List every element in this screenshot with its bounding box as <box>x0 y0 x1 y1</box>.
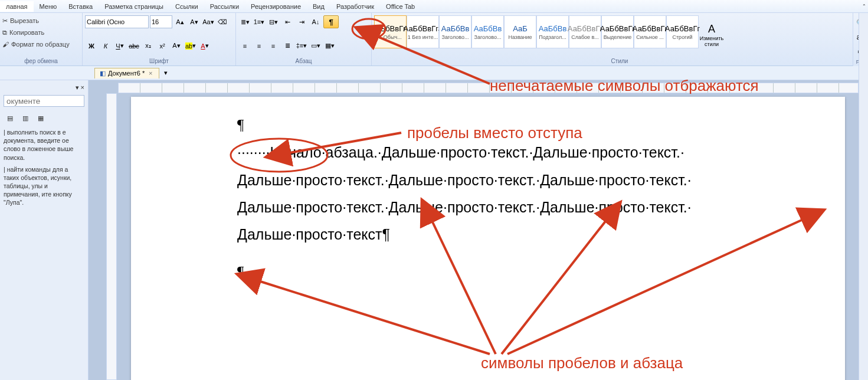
menu-item-menu[interactable]: Меню <box>34 1 63 12</box>
shrink-font-button[interactable]: A▾ <box>188 15 201 28</box>
style-swatch-9[interactable]: АаБбВвГгСтрогий <box>666 15 699 48</box>
document-tab[interactable]: ◧ Документ6 * × <box>94 68 159 78</box>
scissors-icon: ✂ <box>2 17 8 25</box>
document-body-text[interactable]: ¶ ········Начало·абзаца.·Дальше·просто·т… <box>237 112 815 286</box>
style-swatch-5[interactable]: АаБбВвПодзагол... <box>536 15 569 48</box>
nav-mode-pages-button[interactable]: ▥ <box>19 112 32 125</box>
highlight-button[interactable]: ab▾ <box>184 40 197 53</box>
style-swatch-0[interactable]: АаБбВвГгJ1 Обыч... <box>374 15 407 48</box>
style-swatch-3[interactable]: АаБбВвЗаголово... <box>471 15 504 48</box>
nav-mode-headings-button[interactable]: ▤ <box>4 112 17 125</box>
navigation-search-input[interactable] <box>4 95 84 107</box>
menu-item-view[interactable]: Вид <box>307 1 330 12</box>
panel-close-button[interactable]: × <box>81 84 84 91</box>
numbering-button[interactable]: 1≡▾ <box>253 15 266 28</box>
change-styles-button[interactable]: AИзменить стили <box>699 15 725 54</box>
group-styles-label: Стили <box>374 57 865 65</box>
bullets-button[interactable]: ≣▾ <box>238 15 251 28</box>
ribbon: ✂Вырезать ⧉Копировать 🖌Формат по образцу… <box>0 13 868 66</box>
vertical-ruler[interactable] <box>106 93 117 380</box>
line-spacing-button[interactable]: ‡≡▾ <box>295 40 308 53</box>
grow-font-button[interactable]: A▴ <box>173 15 186 28</box>
style-swatch-2[interactable]: АаБбВвЗаголово... <box>439 15 471 48</box>
menu-item-officetab[interactable]: Office Tab <box>380 1 421 12</box>
navigation-help-text-1: | выполнить поиск в е документа, введите… <box>4 128 84 162</box>
decrease-indent-button[interactable]: ⇤ <box>281 15 294 28</box>
menu-bar: лавная Меню Вставка Разметка страницы Сс… <box>0 0 868 13</box>
style-swatch-4[interactable]: АаБНазвание <box>504 15 536 48</box>
copy-icon: ⧉ <box>2 29 7 37</box>
align-right-button[interactable]: ≡ <box>267 40 280 53</box>
text-effects-button[interactable]: A▾ <box>170 40 183 53</box>
tab-menu-button[interactable]: ▾ <box>159 67 172 80</box>
document-tab-bar: ◧ Документ6 * × ▾ <box>0 66 868 80</box>
nav-mode-results-button[interactable]: ▦ <box>34 112 47 125</box>
style-swatch-7[interactable]: АаБбВвГгВыделение <box>601 15 634 48</box>
horizontal-ruler[interactable] <box>118 83 859 93</box>
shading-button[interactable]: ▭▾ <box>309 40 322 53</box>
align-justify-button[interactable]: ≣ <box>281 40 294 53</box>
cut-button[interactable]: ✂Вырезать <box>2 15 70 26</box>
change-case-button[interactable]: Aa▾ <box>202 15 215 28</box>
font-name-combo[interactable] <box>85 15 149 28</box>
group-paragraph-label: Абзац <box>238 57 369 65</box>
panel-menu-button[interactable]: ▾ <box>76 84 79 91</box>
superscript-button[interactable]: x² <box>156 40 169 53</box>
menu-item-mailings[interactable]: Рассылки <box>204 1 245 12</box>
borders-button[interactable]: ▦▾ <box>323 40 336 53</box>
vertical-scrollbar[interactable] <box>859 13 868 380</box>
multilevel-button[interactable]: ⊟▾ <box>267 15 280 28</box>
sort-button[interactable]: A↓ <box>309 15 322 28</box>
ribbon-minimize-icon[interactable]: ⌃ <box>860 0 868 13</box>
italic-button[interactable]: К <box>99 40 112 53</box>
group-font-label: Шрифт <box>85 57 233 65</box>
font-color-button[interactable]: A▾ <box>198 40 211 53</box>
menu-item-links[interactable]: Ссылки <box>169 1 204 12</box>
group-clipboard-label: фер обмена <box>2 57 80 65</box>
navigation-panel: ▾ × ▤ ▥ ▦ | выполнить поиск в е документ… <box>0 80 89 380</box>
menu-item-developer[interactable]: Разработчик <box>330 1 380 12</box>
subscript-button[interactable]: x₂ <box>142 40 155 53</box>
menu-item-review[interactable]: Рецензирование <box>245 1 307 12</box>
work-area: ¶ ········Начало·абзаца.·Дальше·просто·т… <box>89 80 859 380</box>
style-swatch-6[interactable]: АаБбВвГгСлабое в... <box>569 15 601 48</box>
show-formatting-button[interactable]: ¶ <box>323 15 339 28</box>
clear-formatting-button[interactable]: ⌫ <box>216 15 229 28</box>
eraser-icon: ⌫ <box>218 18 227 26</box>
copy-button[interactable]: ⧉Копировать <box>2 27 70 38</box>
increase-indent-button[interactable]: ⇥ <box>295 15 308 28</box>
menu-item-pagelayout[interactable]: Разметка страницы <box>99 1 169 12</box>
style-swatch-1[interactable]: АаБбВвГгJ1 Без инте... <box>407 15 439 48</box>
close-tab-button[interactable]: × <box>147 70 154 77</box>
format-painter-button[interactable]: 🖌Формат по образцу <box>2 39 70 50</box>
strike-button[interactable]: abc <box>127 40 140 53</box>
menu-item-home[interactable]: лавная <box>0 1 34 12</box>
bucket-icon: ▭ <box>311 42 317 50</box>
brush-icon: 🖌 <box>2 41 9 48</box>
menu-item-insert[interactable]: Вставка <box>63 1 99 12</box>
underline-button[interactable]: Ч▾ <box>113 40 126 53</box>
font-size-combo[interactable] <box>150 15 172 28</box>
style-swatch-8[interactable]: АаБбВвГгСильное ... <box>634 15 666 48</box>
bold-button[interactable]: Ж <box>85 40 98 53</box>
navigation-help-text-2: | найти команды для а таких объектов, ис… <box>4 165 84 207</box>
word-doc-icon: ◧ <box>100 70 106 77</box>
align-center-button[interactable]: ≡ <box>253 40 266 53</box>
align-left-button[interactable]: ≡ <box>238 40 251 53</box>
document-page[interactable]: ¶ ········Начало·абзаца.·Дальше·просто·т… <box>131 97 845 380</box>
